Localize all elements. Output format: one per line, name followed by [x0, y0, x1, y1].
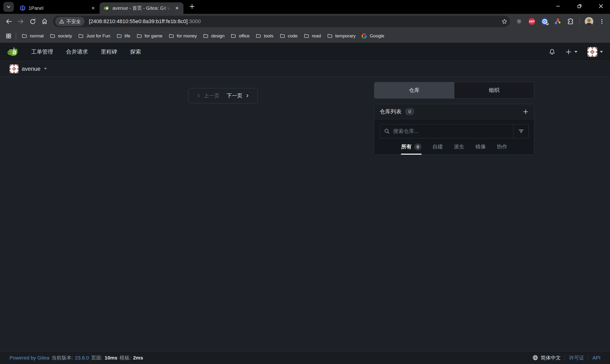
extensions-puzzle-icon[interactable]	[565, 16, 576, 27]
tab-search-button[interactable]	[3, 2, 14, 12]
security-chip[interactable]: 不安全	[55, 17, 85, 26]
filter-collaborative[interactable]: 协作	[497, 143, 507, 155]
bookmark-folder[interactable]: code	[277, 31, 301, 41]
back-button[interactable]	[3, 16, 15, 27]
extension-area: ABP	[512, 16, 607, 27]
chevron-down-icon	[44, 68, 47, 70]
pinwheel-extension-icon[interactable]	[514, 16, 524, 27]
filter-sources[interactable]: 自建	[432, 143, 443, 155]
nav-pull-requests[interactable]: 合并请求	[66, 48, 88, 55]
tab-gitea-active[interactable]: avenue - 首页 - Gitea: Git with a cup of t…	[100, 2, 183, 14]
footer-divider	[588, 354, 588, 361]
dashboard-context-switcher[interactable]: avenue	[0, 61, 610, 77]
tab-strip: 1 1Panel avenue - 首页 - Gitea: Git with a…	[16, 2, 183, 14]
gitea-logo-icon[interactable]	[7, 46, 20, 58]
password-manager-icon[interactable]	[539, 16, 550, 27]
filter-icon	[518, 128, 524, 134]
repo-filter-button[interactable]	[514, 124, 529, 138]
lock-icon	[546, 23, 548, 25]
bookmark-folder[interactable]: office	[228, 31, 253, 41]
home-button[interactable]	[39, 16, 51, 27]
tab-repositories[interactable]: 仓库	[374, 82, 454, 98]
bookmark-folder[interactable]: design	[200, 31, 228, 41]
filter-mirrors[interactable]: 镜像	[475, 143, 486, 155]
powered-by-link[interactable]: Powered by Gitea	[10, 355, 49, 361]
gitea-favicon-icon	[104, 5, 110, 11]
tab-1panel[interactable]: 1 1Panel	[16, 2, 100, 14]
apps-grid-icon[interactable]	[4, 31, 13, 41]
google-icon	[362, 33, 367, 39]
next-page-button[interactable]: 下一页	[227, 92, 249, 99]
gitea-footer: Powered by Gitea 当前版本: 23.8.0 页面: 10ms 模…	[0, 351, 610, 364]
bookmark-folder[interactable]: life	[113, 31, 133, 41]
license-link[interactable]: 许可证	[569, 354, 584, 361]
api-link[interactable]: API	[592, 355, 600, 361]
folder-icon	[304, 33, 309, 39]
profile-avatar[interactable]	[584, 16, 594, 27]
tab-organizations[interactable]: 组织	[454, 82, 534, 98]
nav-milestones[interactable]: 里程碑	[101, 48, 117, 55]
folder-icon	[169, 33, 174, 39]
bookmark-folder[interactable]: for money	[166, 31, 200, 41]
forward-button[interactable]	[15, 16, 27, 27]
create-new-dropdown[interactable]	[565, 49, 578, 55]
new-repo-button[interactable]	[522, 109, 529, 115]
close-window-button[interactable]	[598, 3, 604, 9]
repo-search-input[interactable]	[380, 124, 513, 138]
version-link[interactable]: 23.8.0	[75, 355, 89, 361]
folder-icon	[203, 33, 208, 39]
template-time-value: 2ms	[133, 355, 143, 361]
security-label: 不安全	[66, 18, 81, 25]
filter-forks[interactable]: 派生	[454, 143, 464, 155]
bookmark-star-icon[interactable]	[501, 18, 507, 25]
folder-icon	[231, 33, 236, 39]
version-label: 当前版本:	[52, 354, 73, 361]
folder-icon	[117, 33, 122, 39]
new-tab-button[interactable]	[187, 1, 197, 12]
notifications-bell-icon[interactable]	[548, 48, 556, 55]
bookmarks-bar: normal society Just for Fun life for gam…	[0, 29, 610, 43]
reload-button[interactable]	[27, 16, 39, 27]
folder-icon	[256, 33, 261, 39]
dashboard-content: 上一页 下一页 仓库 组织 仓库列表 0	[0, 77, 610, 351]
repo-count-badge: 0	[405, 108, 414, 115]
previous-page-button[interactable]: 上一页	[196, 92, 220, 99]
adblock-plus-icon[interactable]: ABP	[527, 16, 537, 27]
filter-all[interactable]: 所有 0	[401, 143, 422, 155]
bookmark-folder[interactable]: society	[47, 31, 75, 41]
page-time-label: 页面:	[91, 354, 103, 361]
repo-sidebar: 仓库 组织 仓库列表 0	[374, 82, 534, 155]
search-icon	[384, 128, 390, 135]
molecule-extension-icon[interactable]	[552, 16, 563, 27]
minimize-button[interactable]	[555, 3, 561, 9]
folder-icon	[50, 33, 55, 39]
bookmark-folder[interactable]: for game	[133, 31, 166, 41]
template-time-label: 模板:	[120, 354, 131, 361]
chevron-down-icon	[574, 51, 578, 53]
restore-button[interactable]	[577, 3, 582, 9]
bookmark-folder[interactable]: normal	[19, 31, 47, 41]
footer-divider	[565, 354, 565, 361]
bookmark-folder[interactable]: Just for Fun	[75, 31, 113, 41]
bookmark-folder[interactable]: tools	[253, 31, 276, 41]
1panel-favicon-icon: 1	[20, 5, 26, 11]
address-bar[interactable]: 不安全 [2408:8210:4810:55e0:8a39:b1ff:fe1b:…	[53, 16, 510, 27]
browser-titlebar: 1 1Panel avenue - 首页 - Gitea: Git with a…	[0, 0, 610, 14]
close-tab-icon[interactable]	[173, 4, 181, 12]
close-tab-icon[interactable]	[90, 4, 97, 12]
repo-search-row	[374, 119, 534, 138]
bookmark-folder[interactable]: temporary	[324, 31, 359, 41]
nav-issues[interactable]: 工单管理	[31, 48, 53, 55]
nav-explore[interactable]: 探索	[130, 48, 141, 55]
folder-icon	[78, 33, 84, 39]
bookmark-folder[interactable]: read	[301, 31, 324, 41]
language-menu[interactable]: 简体中文	[532, 354, 561, 361]
browser-menu-icon[interactable]	[597, 16, 607, 27]
page-time-value: 10ms	[104, 355, 117, 361]
folder-icon	[137, 33, 142, 39]
window-controls	[555, 0, 604, 13]
user-menu-dropdown[interactable]	[587, 47, 603, 57]
username-label: avenue	[22, 65, 40, 72]
bookmark-google[interactable]: Google	[359, 31, 387, 41]
tab-title: avenue - 首页 - Gitea: Git with a cup of t…	[113, 5, 171, 12]
